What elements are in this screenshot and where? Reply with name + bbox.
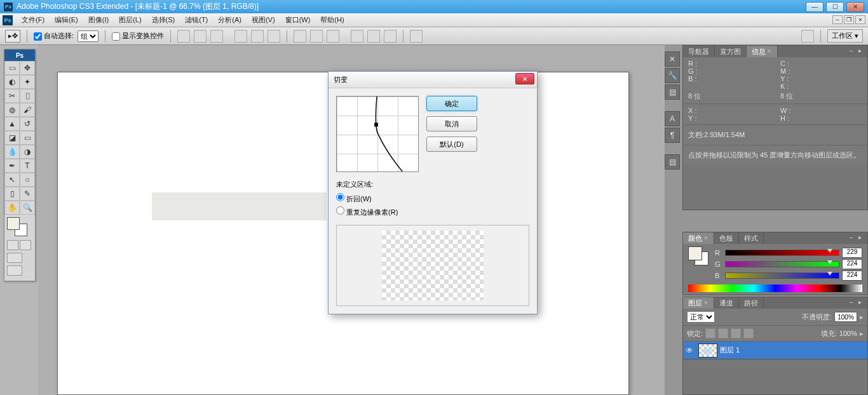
- layer-thumbnail[interactable]: [698, 344, 717, 358]
- lock-trans-icon[interactable]: [705, 328, 715, 338]
- menu-window[interactable]: 窗口(W): [280, 13, 316, 27]
- ok-button[interactable]: 确定: [426, 96, 477, 111]
- window-close-button[interactable]: ✕: [846, 2, 864, 12]
- layer-visibility-icon[interactable]: 👁: [686, 346, 696, 355]
- cancel-button[interactable]: 取消: [426, 116, 477, 131]
- screenmode-icon[interactable]: [7, 265, 22, 276]
- menu-edit[interactable]: 编辑(E): [50, 13, 83, 27]
- distribute-icon[interactable]: [327, 30, 339, 43]
- window-maximize-button[interactable]: ☐: [826, 2, 844, 12]
- menu-image[interactable]: 图像(I): [83, 13, 114, 27]
- tool-move[interactable]: ✥: [20, 61, 35, 75]
- dock-tab-icon[interactable]: ▤: [665, 154, 680, 170]
- panel-minimize-icon[interactable]: –: [850, 234, 857, 241]
- align-icon[interactable]: [234, 30, 247, 43]
- tab-channels[interactable]: 通道: [714, 297, 739, 309]
- tool-zoom[interactable]: 🔍: [20, 201, 35, 215]
- panel-minimize-icon[interactable]: –: [850, 47, 857, 55]
- tool-notes[interactable]: ▯: [4, 187, 20, 201]
- dialog-close-button[interactable]: ✕: [515, 73, 534, 84]
- tool-history-brush[interactable]: ↺: [20, 117, 35, 131]
- workspace-dropdown[interactable]: 工作区 ▾: [827, 29, 863, 43]
- tool-crop[interactable]: ✂: [4, 89, 20, 103]
- shear-curve-editor[interactable]: [336, 96, 419, 172]
- blend-mode-select[interactable]: 正常: [687, 311, 715, 323]
- tab-swatches[interactable]: 色板: [714, 232, 739, 244]
- toolbox-header[interactable]: Ps: [4, 50, 35, 61]
- align-icon[interactable]: [194, 30, 207, 43]
- align-icon[interactable]: [177, 30, 190, 43]
- align-icon[interactable]: [268, 30, 280, 43]
- tab-paths[interactable]: 路径: [739, 297, 764, 309]
- slider-g-value[interactable]: 224: [842, 259, 862, 269]
- dock-tab-icon[interactable]: ¶: [665, 128, 680, 143]
- tool-indicator-move[interactable]: ▸✥: [5, 30, 20, 43]
- dock-tab-icon[interactable]: 🔧: [665, 68, 680, 83]
- tool-dodge[interactable]: ◑: [20, 145, 35, 159]
- color-panel-swatches[interactable]: [688, 246, 710, 265]
- distribute-icon[interactable]: [384, 30, 397, 43]
- slider-g[interactable]: [725, 261, 839, 267]
- layer-name[interactable]: 图层 1: [720, 345, 740, 355]
- lock-all-icon[interactable]: [743, 328, 754, 338]
- tab-layers[interactable]: 图层✕: [683, 297, 714, 309]
- menu-help[interactable]: 帮助(H): [315, 13, 349, 27]
- default-button[interactable]: 默认(D): [426, 137, 477, 152]
- tool-slice[interactable]: ⌷: [20, 89, 35, 103]
- tool-marquee[interactable]: ▭: [4, 61, 20, 75]
- align-icon[interactable]: [251, 30, 264, 43]
- tool-gradient[interactable]: ▭: [20, 131, 35, 145]
- menu-analysis[interactable]: 分析(A): [213, 13, 247, 27]
- menu-layer[interactable]: 图层(L): [114, 13, 146, 27]
- menu-select[interactable]: 选择(S): [147, 13, 180, 27]
- menu-view[interactable]: 视图(V): [247, 13, 280, 27]
- tab-histogram[interactable]: 直方图: [715, 46, 747, 57]
- menu-file[interactable]: 文件(F): [17, 13, 50, 27]
- tool-stamp[interactable]: ▲: [4, 117, 20, 131]
- lock-pixel-icon[interactable]: [718, 328, 728, 338]
- slider-r[interactable]: [725, 250, 839, 256]
- color-spectrum[interactable]: [688, 285, 862, 292]
- tool-eyedropper[interactable]: ✎: [20, 187, 35, 201]
- quickmask-std[interactable]: [7, 240, 18, 250]
- doc-minimize-button[interactable]: –: [832, 15, 843, 24]
- dock-tab-icon[interactable]: A: [665, 111, 680, 126]
- tool-wand[interactable]: ✦: [20, 75, 35, 89]
- go-to-bridge-icon[interactable]: [801, 30, 814, 43]
- repeat-edge-radio[interactable]: 重复边缘像素(R): [336, 205, 529, 218]
- tool-hand[interactable]: ✋: [4, 201, 20, 215]
- distribute-icon[interactable]: [294, 30, 306, 43]
- quickmask-mask[interactable]: [20, 240, 31, 250]
- distribute-icon[interactable]: [351, 30, 363, 43]
- auto-select-checkbox[interactable]: 自动选择:: [34, 31, 74, 41]
- fill-value[interactable]: 100%: [839, 330, 857, 337]
- slider-r-value[interactable]: 229: [842, 248, 862, 258]
- dock-tab-icon[interactable]: ✕: [665, 51, 680, 67]
- distribute-icon[interactable]: [310, 30, 323, 43]
- tool-type[interactable]: T: [20, 159, 35, 173]
- panel-close-icon[interactable]: ▸: [858, 298, 866, 306]
- tool-blur[interactable]: 💧: [4, 145, 20, 159]
- window-minimize-button[interactable]: —: [806, 2, 824, 12]
- tool-lasso[interactable]: ◐: [4, 75, 20, 89]
- tab-navigator[interactable]: 导航器: [683, 46, 715, 57]
- auto-align-icon[interactable]: [410, 30, 423, 43]
- color-swatches[interactable]: [7, 217, 30, 236]
- show-transform-checkbox[interactable]: 显示变换控件: [112, 31, 164, 41]
- tab-color[interactable]: 颜色✕: [683, 232, 714, 244]
- tool-brush[interactable]: 🖌: [20, 103, 35, 117]
- tab-styles[interactable]: 样式: [739, 232, 764, 244]
- layer-item[interactable]: 👁 图层 1: [683, 342, 867, 359]
- opacity-value[interactable]: 100%: [834, 312, 857, 322]
- tool-heal[interactable]: ◍: [4, 103, 20, 117]
- panel-close-icon[interactable]: ▸: [858, 234, 866, 241]
- dialog-titlebar[interactable]: 切变 ✕: [329, 72, 537, 88]
- screenmode-icon[interactable]: [7, 253, 22, 263]
- doc-restore-button[interactable]: ❐: [844, 15, 854, 24]
- distribute-icon[interactable]: [367, 30, 380, 43]
- doc-close-button[interactable]: ×: [855, 15, 865, 24]
- wrap-radio[interactable]: 折回(W): [336, 192, 529, 205]
- slider-b-value[interactable]: 224: [842, 271, 862, 281]
- tool-path-sel[interactable]: ↖: [4, 173, 20, 187]
- align-icon[interactable]: [210, 30, 223, 43]
